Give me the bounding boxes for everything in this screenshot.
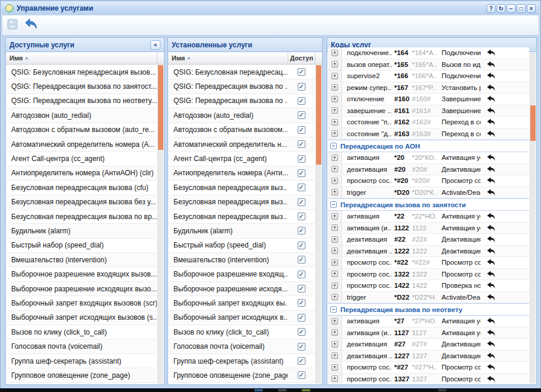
service-code-row[interactable]: +просмотр сос...13271327Просмотр со... [328,374,529,384]
available-service-row[interactable]: QSIG: Безусловная переадресация вызов... [7,65,157,79]
code-group-header[interactable]: −Переадресация вызова по неответу [328,303,529,316]
expand-row-icon[interactable]: + [331,189,338,195]
installed-service-row[interactable]: Групповое оповещение (zone_page)✓ [169,368,315,383]
service-code-row[interactable]: +режим супер...*167*167*P...Установить р… [328,82,529,94]
installed-service-row[interactable]: Голосовая почта (voicemail)✓ [169,339,315,354]
access-checkbox[interactable]: ✓ [298,155,305,163]
access-checkbox[interactable]: ✓ [298,140,305,148]
available-service-row[interactable]: Группа шеф-секретарь (assistant) [7,354,157,368]
available-service-row[interactable]: Автодозвон с обратным вызовом (auto_re..… [7,123,157,137]
installed-service-row[interactable]: Агент Call-центра (cc_agent)✓ [169,152,315,166]
expand-row-icon[interactable]: + [331,61,338,68]
available-service-row[interactable]: Вызов по клику (click_to_call) [7,325,157,339]
service-code-row[interactable]: +просмотр сос...14221422Проверка но... [328,280,529,292]
available-service-row[interactable]: Групповой вызов (cgg) [7,383,157,384]
service-code-row[interactable]: +деактивация#20#20#Деактивация ... [328,164,529,176]
codes-scrollbar-thumb[interactable] [530,105,536,141]
undo-code-button[interactable] [481,271,501,278]
access-checkbox[interactable]: ✓ [298,242,305,249]
available-service-row[interactable]: Групповое оповещение (zone_page) [7,368,157,383]
available-service-row[interactable]: Безусловная переадресация вызова (cfu) [7,181,157,195]
available-service-row[interactable]: QSIG: Переадресация вызова по занятост..… [7,79,157,94]
installed-service-row[interactable]: Безусловная переадресация выз...✓ [169,181,315,195]
undo-code-button[interactable] [481,72,501,79]
available-service-row[interactable]: Автодозвон (auto_redial) [7,108,157,123]
service-code-row[interactable]: +trigger*D20*D20*К...Activate/Deac... [328,187,529,199]
expand-row-icon[interactable]: + [331,119,338,126]
expand-row-icon[interactable]: + [331,84,338,91]
service-code-row[interactable]: +просмотр сос...13221322Просмотр со... [328,269,529,281]
expand-row-icon[interactable]: + [331,107,338,114]
undo-code-button[interactable] [481,375,501,383]
available-service-row[interactable]: Быстрый набор (speed_dial) [7,239,157,253]
installed-service-row[interactable]: Безусловная переадресация выз...✓ [169,210,315,224]
collapse-group-icon[interactable]: − [330,306,337,313]
expand-row-icon[interactable]: + [331,50,338,56]
service-code-row[interactable]: +отключение#160#160#Завершение ... [328,94,529,105]
code-group-header[interactable]: −Переадресация по АОН [328,140,529,152]
access-checkbox[interactable]: ✓ [298,169,305,177]
service-code-row[interactable]: +trigger*D22*D22*Н...Activate/Deac... [328,292,529,304]
undo-code-button[interactable] [481,49,501,56]
available-service-row[interactable]: QSIG: Переадресация вызова по неответу..… [7,94,157,108]
service-code-row[interactable]: +просмотр сос...*#20*#20#Просмотр со... [328,175,529,187]
close-button[interactable]: × [527,4,536,13]
service-code-row[interactable]: +supervise2*166*166*A...Подключение... [328,70,529,82]
code-group-header[interactable]: −Переадресация вызова по занятости [328,198,529,211]
column-header-name[interactable]: Имя [168,52,288,64]
codes-scrollbar[interactable] [530,53,536,384]
installed-service-row[interactable]: Групповой вызов (cgg)✓ [169,383,315,384]
expand-row-icon[interactable]: + [331,318,338,324]
access-checkbox[interactable]: ✓ [298,83,305,91]
installed-service-row[interactable]: QSIG: Переадресация вызова по ...✓ [169,94,315,108]
expand-row-icon[interactable]: + [331,96,338,102]
undo-code-button[interactable] [481,130,501,137]
undo-code-button[interactable] [481,166,501,173]
expand-row-icon[interactable]: + [331,294,338,300]
installed-service-row[interactable]: Автодозвон с обратным вызовом...✓ [169,123,315,137]
undo-code-button[interactable] [481,259,501,266]
installed-scrollbar-thumb[interactable] [316,65,321,165]
available-service-row[interactable]: Будильник (alarm) [7,224,157,238]
undo-code-button[interactable] [481,61,501,68]
expand-row-icon[interactable]: + [331,341,338,348]
access-checkbox[interactable]: ✓ [298,126,305,134]
available-service-row[interactable]: Антиопределитель номера (АнтиАОН) (clir) [7,166,157,181]
service-code-row[interactable]: +активация (и...11271127Активация ус... [328,327,529,339]
access-checkbox[interactable]: ✓ [298,314,305,322]
undo-code-button[interactable] [481,118,501,126]
access-checkbox[interactable]: ✓ [298,343,305,351]
expand-row-icon[interactable]: + [331,224,338,231]
expand-row-icon[interactable]: + [331,329,338,336]
installed-service-row[interactable]: Выборочное разрешение исходя...✓ [169,282,315,296]
service-code-row[interactable]: +просмотр сос...*#27*#27*Н...Просмотр со… [328,362,529,374]
undo-code-button[interactable] [481,294,501,301]
available-service-row[interactable]: Выборочное разрешение исходящих вызо... [7,282,157,296]
installed-scrollbar[interactable] [315,65,321,384]
installed-service-row[interactable]: Группа шеф-секретарь (assistant)✓ [169,354,315,368]
undo-code-button[interactable] [481,213,501,220]
undo-code-button[interactable] [481,248,501,255]
undo-code-button[interactable] [481,224,501,232]
undo-code-button[interactable] [481,352,501,359]
available-service-row[interactable]: Автоматический определитель номера (А... [7,137,157,152]
access-checkbox[interactable]: ✓ [298,97,305,105]
service-code-row[interactable]: +состояние "д...#163#163#Переход в со... [328,128,529,140]
access-checkbox[interactable]: ✓ [298,285,305,293]
installed-service-row[interactable]: Быстрый набор (speed_dial)✓ [169,239,315,253]
available-scrollbar-thumb[interactable] [158,65,163,150]
service-code-row[interactable]: +активация*20*20*КО...Активация ус... [328,152,529,164]
expand-row-icon[interactable]: + [331,259,338,266]
available-scrollbar[interactable] [157,65,163,384]
service-code-row[interactable]: +активация*27*27*НО...Активация ус... [328,316,529,327]
installed-service-row[interactable]: Выборочный запрет входящих вы...✓ [169,296,315,310]
access-checkbox[interactable]: ✓ [298,256,305,264]
undo-code-button[interactable] [481,329,501,336]
access-checkbox[interactable]: ✓ [298,198,305,206]
access-checkbox[interactable]: ✓ [298,371,305,379]
access-checkbox[interactable]: ✓ [298,227,305,234]
access-checkbox[interactable]: ✓ [298,357,305,365]
minimize-button[interactable]: − [507,4,516,13]
installed-service-row[interactable]: QSIG: Безусловная переадресац...✓ [169,65,315,79]
service-code-row[interactable]: +деактивация ...12271227Деактивация ... [328,351,529,362]
